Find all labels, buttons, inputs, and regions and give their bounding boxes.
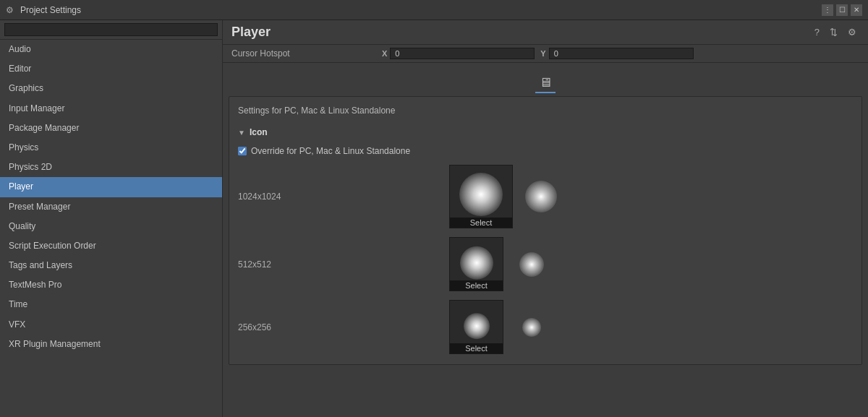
menu-button[interactable]: ⋮: [822, 4, 833, 16]
icon-preview-box-512x512[interactable]: Select: [449, 237, 503, 291]
settings-button[interactable]: ⚙: [845, 25, 859, 39]
icon-glow-256x256: [464, 313, 490, 339]
settings-icon: ⚙: [6, 5, 16, 15]
icon-preview-secondary-1024x1024: [522, 177, 561, 216]
icon-section-arrow: ▼: [238, 129, 245, 137]
sidebar-search: [0, 20, 222, 40]
sidebar-item-xr-plugin-management[interactable]: XR Plugin Management: [0, 335, 222, 354]
y-label: Y: [540, 49, 545, 58]
icon-section-title: Icon: [250, 127, 268, 137]
sidebar-item-vfx[interactable]: VFX: [0, 315, 222, 335]
page-title: Player: [231, 25, 812, 40]
sidebar-item-editor[interactable]: Editor: [0, 59, 222, 79]
sidebar-item-script-execution-order[interactable]: Script Execution Order: [0, 236, 222, 256]
select-label-512x512[interactable]: Select: [450, 280, 503, 291]
x-field: X: [382, 48, 535, 59]
content-area: Player ? ⇅ ⚙ Cursor Hotspot X Y 🖥: [223, 20, 868, 417]
x-label: X: [382, 49, 387, 58]
x-input[interactable]: [390, 48, 535, 59]
title-bar-title: Project Settings: [20, 5, 822, 15]
y-field: Y: [540, 48, 693, 59]
sidebar-item-graphics[interactable]: Graphics: [0, 79, 222, 98]
main-layout: AudioEditorGraphicsInput ManagerPackage …: [0, 20, 868, 417]
icon-row-512x512: 512x512Select: [238, 233, 853, 296]
override-label: Override for PC, Mac & Linux Standalone: [251, 146, 410, 156]
icon-glow-512x512: [460, 246, 493, 279]
select-label-256x256[interactable]: Select: [450, 343, 503, 353]
icon-glow-secondary-512x512: [519, 252, 544, 277]
sidebar-item-physics-2d[interactable]: Physics 2D: [0, 158, 222, 177]
header-actions: ? ⇅ ⚙: [812, 25, 859, 39]
sidebar-item-package-manager[interactable]: Package Manager: [0, 119, 222, 138]
sidebar-item-tags-and-layers[interactable]: Tags and Layers: [0, 256, 222, 275]
sidebar-item-preset-manager[interactable]: Preset Manager: [0, 197, 222, 217]
sidebar-item-textmesh-pro[interactable]: TextMesh Pro: [0, 275, 222, 295]
override-checkbox[interactable]: [238, 147, 247, 155]
icon-section-header[interactable]: ▼ Icon: [238, 124, 853, 140]
sidebar-search-input[interactable]: [4, 23, 218, 36]
icon-preview-box-256x256[interactable]: Select: [449, 300, 503, 354]
sidebar-item-input-manager[interactable]: Input Manager: [0, 99, 222, 119]
icon-row-256x256: 256x256Select: [238, 296, 853, 358]
platform-tab-bar: 🖥: [229, 69, 862, 96]
icon-glow-1024x1024: [459, 173, 503, 216]
sidebar-item-quality[interactable]: Quality: [0, 217, 222, 236]
maximize-button[interactable]: ☐: [836, 4, 848, 16]
platform-tab-desktop[interactable]: 🖥: [535, 73, 556, 93]
icon-preview-box-1024x1024[interactable]: Select: [449, 165, 513, 228]
title-bar: ⚙ Project Settings ⋮ ☐ ✕: [0, 0, 868, 20]
icon-size-label-256x256: 256x256: [238, 322, 441, 332]
cursor-hotspot-label: Cursor Hotspot: [231, 48, 376, 59]
icon-size-label-512x512: 512x512: [238, 259, 441, 270]
icon-preview-secondary-256x256: [512, 308, 551, 347]
icon-preview-secondary-512x512: [512, 245, 551, 284]
settings-platform-label: Settings for PC, Mac & Linux Standalone: [238, 103, 853, 119]
select-label-1024x1024[interactable]: Select: [450, 218, 512, 228]
settings-card: Settings for PC, Mac & Linux Standalone …: [229, 96, 862, 365]
icon-glow-secondary-1024x1024: [525, 181, 557, 212]
cursor-hotspot-row: Cursor Hotspot X Y: [223, 45, 868, 63]
icon-row-1024x1024: 1024x1024Select: [238, 160, 853, 233]
sidebar-item-player[interactable]: Player: [0, 177, 222, 197]
override-checkbox-row: Override for PC, Mac & Linux Standalone: [238, 145, 853, 160]
sidebar-item-audio[interactable]: Audio: [0, 40, 222, 59]
content-header: Player ? ⇅ ⚙: [223, 20, 868, 45]
y-input[interactable]: [549, 48, 694, 59]
close-button[interactable]: ✕: [851, 4, 862, 16]
icon-glow-secondary-256x256: [522, 318, 541, 337]
sidebar: AudioEditorGraphicsInput ManagerPackage …: [0, 20, 223, 417]
layout-button[interactable]: ⇅: [827, 25, 841, 39]
sidebar-item-physics[interactable]: Physics: [0, 138, 222, 158]
content-body: 🖥 Settings for PC, Mac & Linux Standalon…: [223, 63, 868, 417]
help-button[interactable]: ?: [812, 25, 822, 39]
sidebar-item-time[interactable]: Time: [0, 295, 222, 314]
icon-size-label-1024x1024: 1024x1024: [238, 192, 441, 202]
title-bar-controls: ⋮ ☐ ✕: [822, 4, 862, 16]
